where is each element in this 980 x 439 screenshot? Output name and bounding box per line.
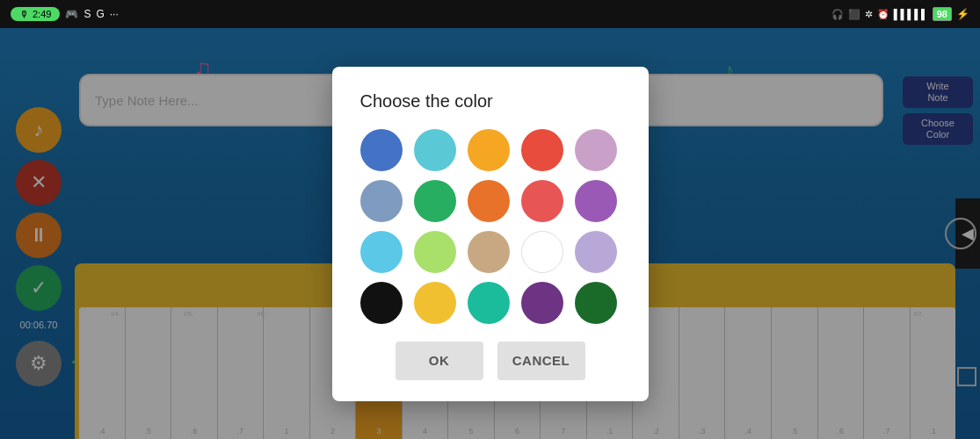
color-dialog-overlay: Choose the color [0, 28, 980, 439]
headphone-icon: 🎧 [831, 9, 844, 20]
battery: 98 [933, 7, 952, 21]
color-swatch-green[interactable] [414, 180, 456, 222]
color-swatch-pink[interactable] [575, 129, 617, 171]
color-swatch-red[interactable] [521, 129, 563, 171]
cancel-button[interactable]: CANCEL [497, 342, 585, 380]
color-swatch-blue[interactable] [360, 129, 403, 171]
status-bar: 🎙 2:49 🎮 S G ··· 🎧 ⬛ ✲ ⏰ ▌▌▌▌▌ 98 ⚡ [0, 0, 980, 28]
color-swatch-tan[interactable] [468, 231, 510, 273]
alarm-icon: ⏰ [877, 9, 889, 20]
color-swatch-lightblue[interactable] [360, 180, 403, 222]
screenshot-icon: ⬛ [848, 9, 860, 20]
status-icons: 🎧 ⬛ ✲ ⏰ ▌▌▌▌▌ 98 ⚡ [831, 7, 969, 21]
color-swatch-skyblue[interactable] [360, 231, 403, 273]
color-swatch-orange[interactable] [468, 129, 510, 171]
color-grid [360, 129, 621, 324]
color-swatch-teal[interactable] [468, 282, 510, 324]
sim-icon: S [83, 8, 91, 20]
charging-icon: ⚡ [956, 8, 969, 20]
mic-pill: 🎙 2:49 [11, 7, 60, 21]
ok-button[interactable]: OK [396, 342, 483, 380]
dots-icon: ··· [110, 8, 119, 20]
color-swatch-cyan[interactable] [414, 129, 456, 171]
color-dialog: Choose the color [332, 67, 649, 401]
color-swatch-black[interactable] [360, 282, 403, 324]
mic-icon: 🎙 [19, 9, 29, 19]
bluetooth-icon: ✲ [865, 9, 873, 20]
status-time: 2:49 [33, 9, 51, 19]
dialog-title: Choose the color [360, 91, 621, 112]
dialog-actions: OK CANCEL [360, 342, 621, 380]
color-swatch-yellow[interactable] [414, 282, 456, 324]
color-swatch-darkgreen[interactable] [575, 282, 617, 324]
color-swatch-lightgreen[interactable] [414, 231, 456, 273]
color-swatch-lavender[interactable] [575, 231, 617, 273]
signal-icon: ▌▌▌▌▌ [894, 9, 928, 19]
color-swatch-darkpurple[interactable] [521, 282, 563, 324]
status-left: 🎙 2:49 🎮 S G ··· [11, 7, 119, 21]
game-icon: 🎮 [65, 8, 78, 20]
color-swatch-white[interactable] [521, 231, 563, 273]
color-swatch-darkorange[interactable] [468, 180, 510, 222]
g-icon: G [96, 8, 104, 20]
color-swatch-purple[interactable] [575, 180, 617, 222]
color-swatch-coral[interactable] [521, 180, 563, 222]
